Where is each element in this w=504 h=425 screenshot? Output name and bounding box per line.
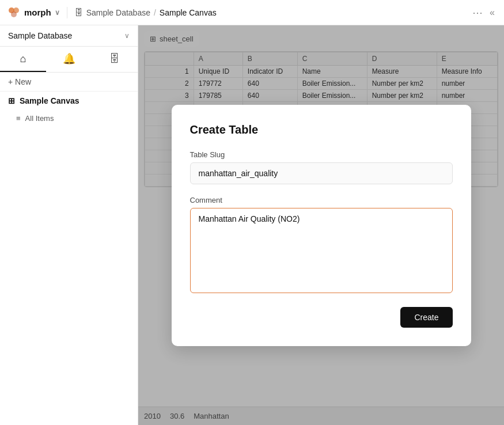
sidebar-all-items-label: All Items: [25, 114, 54, 123]
comment-label: Comment: [190, 196, 453, 204]
content-area: ⊞ sheet_cell A B C D E: [138, 25, 504, 425]
new-button[interactable]: + New: [0, 73, 138, 92]
sidebar-canvas-label: Sample Canvas: [20, 96, 79, 105]
create-table-modal: Create Table Table Slug Comment Manhatta…: [172, 105, 471, 346]
topbar-divider: [67, 7, 67, 18]
comment-textarea[interactable]: Manhattan Air Quality (NO2): [190, 208, 453, 293]
db-selector-label: Sample Database: [8, 31, 72, 40]
sidebar-item-all-items[interactable]: ≡ All Items: [0, 110, 138, 127]
app-logo: morph ∨: [7, 6, 60, 20]
svg-point-2: [11, 12, 17, 17]
sidebar-canvas-icon: ⊞: [8, 96, 15, 105]
sidebar: Sample Database ∨ ⌂ 🔔 🗄 + New ⊞ Sample C…: [0, 25, 138, 425]
breadcrumb-db-name[interactable]: Sample Database: [86, 8, 150, 17]
breadcrumb-canvas-name[interactable]: Sample Canvas: [160, 8, 217, 17]
modal-overlay: Create Table Table Slug Comment Manhatta…: [138, 25, 504, 425]
sidebar-tab-notifications[interactable]: 🔔: [46, 47, 92, 72]
modal-footer: Create: [190, 307, 453, 328]
breadcrumb: 🗄 Sample Database / Sample Canvas: [74, 7, 468, 17]
main-layout: Sample Database ∨ ⌂ 🔔 🗄 + New ⊞ Sample C…: [0, 25, 504, 425]
create-button[interactable]: Create: [400, 307, 452, 328]
db-selector[interactable]: Sample Database ∨: [0, 25, 138, 47]
collapse-sidebar-icon[interactable]: «: [487, 5, 497, 20]
new-button-label: + New: [8, 77, 31, 86]
sidebar-all-items-icon: ≡: [16, 114, 21, 123]
sidebar-tab-database[interactable]: 🗄: [92, 47, 138, 72]
more-options-icon[interactable]: ⋯: [472, 6, 483, 19]
db-selector-chevron-icon: ∨: [124, 32, 130, 40]
sidebar-tab-home[interactable]: ⌂: [0, 47, 46, 72]
morph-logo-icon: [7, 6, 21, 20]
slug-input[interactable]: [190, 162, 453, 184]
app-chevron-icon[interactable]: ∨: [55, 9, 60, 17]
sidebar-item-sample-canvas[interactable]: ⊞ Sample Canvas: [0, 92, 138, 110]
sidebar-icon-tabs: ⌂ 🔔 🗄: [0, 47, 138, 73]
breadcrumb-separator: /: [154, 8, 156, 17]
modal-title: Create Table: [190, 123, 453, 136]
breadcrumb-db-icon: 🗄: [74, 7, 83, 17]
topbar: morph ∨ 🗄 Sample Database / Sample Canva…: [0, 0, 504, 25]
slug-label: Table Slug: [190, 150, 453, 159]
app-name: morph: [24, 7, 51, 17]
